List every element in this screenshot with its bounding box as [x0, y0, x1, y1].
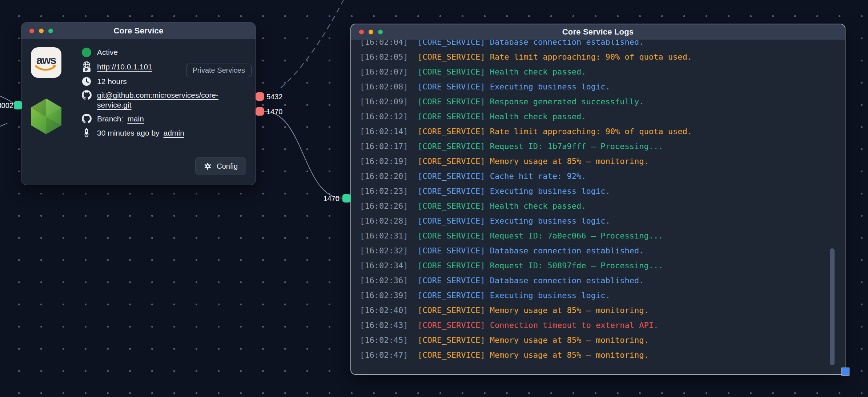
log-line: [16:02:39] [CORE_SERVICE] Executing busi…: [360, 288, 845, 303]
log-timestamp: [16:02:23]: [360, 187, 418, 196]
port-1470-in-badge[interactable]: [342, 194, 351, 202]
log-message: [CORE_SERVICE] Connection timeout to ext…: [418, 321, 658, 330]
log-line: [16:02:12] [CORE_SERVICE] Health check p…: [360, 109, 845, 124]
aws-logo-icon: aws: [31, 47, 61, 78]
log-line: [16:02:09] [CORE_SERVICE] Response gener…: [360, 94, 845, 109]
minimize-button[interactable]: [39, 29, 44, 33]
log-message: [CORE_SERVICE] Executing business logic.: [418, 82, 610, 91]
log-line: [16:02:08] [CORE_SERVICE] Executing busi…: [360, 79, 845, 94]
status-row: Active: [81, 47, 256, 57]
repo-row: git@github.com:microservices/core-servic…: [81, 90, 256, 110]
github-icon: [81, 90, 92, 100]
deploy-user-link[interactable]: admin: [164, 128, 184, 138]
logs-scrollbar-thumb[interactable]: [830, 248, 835, 365]
nodejs-logo-icon: [30, 98, 62, 135]
logs-close-button[interactable]: [359, 30, 364, 35]
log-message: [CORE_SERVICE] Database connection estab…: [418, 276, 644, 285]
port-3002-label: 3002: [0, 101, 13, 110]
log-message: [CORE_SERVICE] Request ID: 50897fde — Pr…: [418, 261, 663, 270]
log-timestamp: [16:02:28]: [360, 216, 418, 225]
port-3002-badge[interactable]: [14, 101, 22, 109]
traffic-lights: [29, 29, 53, 33]
log-timestamp: [16:02:36]: [360, 276, 418, 285]
repo-link[interactable]: git@github.com:microservices/core-servic…: [97, 90, 226, 110]
log-timestamp: [16:02:20]: [360, 172, 418, 181]
branch-link[interactable]: main: [127, 114, 144, 124]
log-message: [CORE_SERVICE] Executing business logic.: [418, 291, 610, 300]
clock-icon: [81, 77, 92, 86]
core-service-titlebar[interactable]: Core Service: [21, 23, 256, 39]
port-1470-in-label: 1470: [317, 195, 339, 203]
core-service-logs-window: Core Service Logs [16:02:04] [CORE_SERVI…: [350, 24, 845, 375]
log-timestamp: [16:02:40]: [360, 306, 418, 315]
private-services-label: Private Services: [193, 66, 245, 75]
log-message: [CORE_SERVICE] Health check passed.: [418, 112, 586, 121]
log-line: [16:02:43] [CORE_SERVICE] Connection tim…: [360, 318, 845, 333]
log-line: [16:02:36] [CORE_SERVICE] Database conne…: [360, 273, 845, 288]
window-title: Core Service: [114, 26, 164, 36]
config-button[interactable]: Config: [195, 157, 246, 175]
log-message: [CORE_SERVICE] Memory usage at 85% — mon…: [418, 157, 649, 166]
maximize-button[interactable]: [48, 29, 53, 33]
log-line: [16:02:32] [CORE_SERVICE] Database conne…: [360, 243, 845, 258]
private-services-button[interactable]: Private Services: [186, 64, 252, 77]
wire-left-edge-stub: [0, 123, 7, 128]
log-line: [16:02:47] [CORE_SERVICE] Memory usage a…: [360, 348, 845, 362]
wire-dashed-offscreen: [281, 0, 345, 88]
branch-row: Branch: main: [81, 114, 256, 124]
log-line: [16:02:26] [CORE_SERVICE] Health check p…: [360, 198, 845, 213]
log-timestamp: [16:02:26]: [360, 201, 418, 210]
config-label: Config: [217, 162, 238, 171]
log-timestamp: [16:02:34]: [360, 261, 418, 270]
log-timestamp: [16:02:05]: [360, 52, 418, 61]
log-list: [16:02:04] [CORE_SERVICE] Database conne…: [351, 35, 845, 362]
uptime-text: 12 hours: [97, 76, 127, 86]
log-timestamp: [16:02:17]: [360, 142, 418, 151]
log-timestamp: [16:02:32]: [360, 246, 418, 255]
log-timestamp: [16:02:43]: [360, 321, 418, 330]
resize-handle[interactable]: [841, 368, 849, 376]
log-message: [CORE_SERVICE] Memory usage at 85% — mon…: [418, 336, 649, 345]
log-line: [16:02:34] [CORE_SERVICE] Request ID: 50…: [360, 258, 845, 273]
port-1470-out-badge[interactable]: [256, 107, 264, 116]
port-5432-badge[interactable]: [256, 92, 264, 101]
log-timestamp: [16:02:14]: [360, 127, 418, 136]
aws-logo-text: aws: [36, 54, 56, 67]
log-timestamp: [16:02:08]: [360, 82, 418, 91]
node-canvas: { "palette": { "canvas_bg": "#0c1220", "…: [0, 0, 868, 397]
logs-minimize-button[interactable]: [369, 30, 373, 35]
log-line: [16:02:23] [CORE_SERVICE] Executing busi…: [360, 184, 845, 198]
port-1470-out-label: 1470: [266, 108, 283, 116]
log-message: [CORE_SERVICE] Executing business logic.: [418, 216, 610, 225]
logs-maximize-button[interactable]: [378, 30, 383, 35]
log-line: [16:02:40] [CORE_SERVICE] Memory usage a…: [360, 303, 845, 318]
uptime-row: 12 hours: [81, 76, 256, 86]
log-timestamp: [16:02:12]: [360, 112, 418, 121]
log-timestamp: [16:02:45]: [360, 336, 418, 345]
log-line: [16:02:19] [CORE_SERVICE] Memory usage a…: [360, 154, 845, 169]
wire-1470-connection: [264, 111, 342, 198]
status-label: Active: [97, 47, 118, 57]
log-timestamp: [16:02:19]: [360, 157, 418, 166]
logs-traffic-lights: [359, 30, 383, 35]
log-message: [CORE_SERVICE] Database connection estab…: [418, 246, 644, 255]
branch-label: Branch:: [97, 114, 123, 124]
log-message: [CORE_SERVICE] Executing business logic.: [418, 187, 610, 196]
log-message: [CORE_SERVICE] Health check passed.: [418, 67, 586, 76]
log-line: [16:02:45] [CORE_SERVICE] Memory usage a…: [360, 333, 845, 348]
gear-icon: [204, 162, 212, 171]
logs-window-title: Core Service Logs: [562, 27, 634, 37]
logs-titlebar[interactable]: Core Service Logs: [351, 24, 845, 40]
log-line: [16:02:17] [CORE_SERVICE] Request ID: 1b…: [360, 139, 845, 154]
close-button[interactable]: [29, 29, 34, 33]
log-message: [CORE_SERVICE] Response generated succes…: [418, 97, 644, 106]
log-message: [CORE_SERVICE] Memory usage at 85% — mon…: [418, 350, 649, 360]
service-url-link[interactable]: http://10.0.1.101: [97, 62, 152, 72]
log-message: [CORE_SERVICE] Rate limit approaching: 9…: [418, 127, 692, 136]
status-active-dot: [82, 48, 91, 57]
deploy-row: 30 minutes ago by admin: [81, 128, 256, 138]
provider-icon-column: aws: [21, 39, 71, 185]
log-message: [CORE_SERVICE] Request ID: 7a0ec066 — Pr…: [418, 231, 663, 240]
log-timestamp: [16:02:47]: [360, 350, 418, 360]
ip-badge-text: IP: [85, 68, 88, 72]
